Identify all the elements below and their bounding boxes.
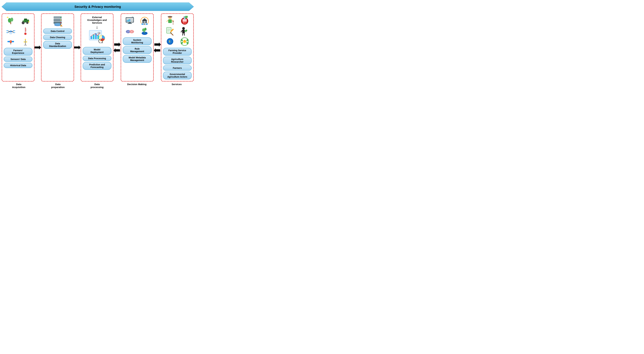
da-label-2: Sensors' Data (4, 57, 32, 62)
page-wrapper: Security & Privacy monitoring (2, 3, 194, 89)
dprep-label-3: DataStandardization (43, 41, 72, 49)
svg-line-59 (102, 43, 104, 43)
external-knowledge-label: ExternalKnowledges andServices (87, 16, 107, 24)
arrow-dproc-dm (114, 13, 121, 82)
da-icons (4, 16, 32, 47)
svg-point-85 (144, 28, 146, 31)
dproc-labels: ModelDeployment Data Processing Predicti… (83, 47, 112, 70)
wind-sensor-icon (18, 37, 32, 47)
svg-rect-70 (128, 23, 132, 24)
arrow-dp-to-dproc (74, 13, 80, 82)
svg-marker-86 (154, 42, 161, 47)
handshake-icon: ✓ ✕ (123, 26, 137, 36)
svc-icons: $ (163, 16, 192, 47)
smart-home-icon (138, 16, 152, 26)
dp-title: Datapreparation (42, 83, 74, 89)
lab-icon (178, 16, 192, 26)
drone-icon (4, 26, 18, 36)
svg-point-19 (6, 32, 8, 33)
svg-point-7 (22, 22, 24, 24)
svg-rect-29 (8, 41, 10, 42)
svg-rect-37 (25, 44, 26, 45)
dprep-label-2: Data Cleaning (43, 35, 72, 40)
svg-point-100 (183, 22, 184, 23)
svg-point-24 (24, 33, 26, 35)
titles-row: DataAcquisition Datapreparation Dataproc… (2, 82, 194, 89)
svg-point-13 (10, 31, 11, 32)
tractor-icon (18, 16, 32, 26)
svc-label-2: AgricultureResearcher (163, 57, 192, 64)
da-label-3: Historical Data (4, 63, 32, 68)
dproc-label-1: ModelDeployment (83, 47, 112, 55)
dproc-inner: ExternalKnowledges andServices ↓ (83, 16, 112, 46)
svg-rect-56 (97, 35, 99, 39)
svg-marker-61 (114, 42, 121, 47)
data-processing-box: ExternalKnowledges andServices ↓ (80, 13, 114, 82)
svg-point-17 (13, 30, 15, 31)
dproc-label-3: Prediction andForecasting (83, 62, 112, 70)
main-row: Farmers'Experience Sensors' Data Histori… (2, 13, 194, 82)
svg-line-110 (170, 33, 173, 35)
svg-point-43 (60, 17, 61, 18)
svg-point-101 (185, 23, 186, 23)
security-label: Security & Privacy monitoring (74, 5, 121, 9)
svg-line-118 (182, 33, 183, 36)
svg-rect-65 (127, 20, 128, 22)
data-acquisition-box: Farmers'Experience Sensors' Data Histori… (2, 13, 34, 82)
leaf-bulb-icon (178, 37, 192, 47)
dm-label-1: SystemMonitoring (123, 37, 152, 45)
svg-rect-90 (168, 17, 172, 17)
dproc-label-2: Data Processing (83, 56, 112, 61)
svg-rect-10 (24, 19, 27, 20)
svg-text:$: $ (169, 40, 170, 43)
satellite-icon (4, 37, 18, 47)
data-preparation-box: Data Control Data Cleaning DataStandardi… (41, 13, 74, 82)
svg-marker-87 (154, 48, 160, 53)
thermometer-icon (18, 26, 32, 36)
document-gavel-icon (163, 26, 177, 36)
svc-label-4: GovernmentalAgriculture Actors (163, 72, 192, 79)
dm-labels: SystemMonitoring RuleManagement Model Me… (123, 37, 152, 63)
svg-marker-51 (74, 46, 80, 49)
svg-point-125 (184, 40, 186, 42)
svg-rect-66 (128, 20, 129, 22)
svg-marker-34 (24, 39, 26, 40)
svg-rect-38 (24, 45, 27, 46)
svg-rect-31 (10, 43, 11, 44)
dm-icons: ✓ ✕ (123, 16, 152, 36)
svg-rect-69 (129, 23, 131, 23)
da-title: DataAcquisition (2, 83, 35, 89)
svg-rect-74 (144, 21, 146, 22)
svg-point-3 (10, 18, 13, 22)
svg-rect-23 (25, 28, 26, 32)
decision-making-box: ✓ ✕ SystemMonit (121, 13, 154, 82)
svg-rect-53 (90, 36, 92, 39)
svc-label-3: Farmers (163, 65, 192, 71)
svg-rect-75 (142, 24, 144, 25)
dm-label-3: Model MetadataManagement (123, 55, 152, 63)
svg-marker-39 (34, 46, 41, 49)
svg-text:✕: ✕ (131, 31, 132, 33)
svg-point-21 (13, 32, 15, 33)
svg-line-92 (166, 20, 168, 22)
svg-point-111 (182, 27, 185, 30)
security-banner: Security & Privacy monitoring (2, 3, 194, 11)
svg-rect-77 (146, 24, 148, 25)
plant-hand-icon (138, 26, 152, 36)
plant-icon (4, 16, 18, 26)
svg-marker-62 (114, 48, 120, 53)
arrow-dm-services (154, 13, 161, 82)
dm-title: Decision Making (120, 83, 153, 86)
down-arrow-icon: ↓ (96, 25, 98, 29)
svg-line-119 (184, 33, 184, 36)
svg-marker-35 (26, 41, 28, 43)
svg-line-113 (181, 30, 182, 32)
svc-title: Services (160, 83, 193, 86)
svg-point-32 (10, 41, 11, 42)
da-label-1: Farmers'Experience (4, 48, 32, 56)
monitoring-icon (123, 16, 137, 26)
dm-label-2: RuleManagement (123, 46, 152, 54)
dproc-title: Dataprocessing (81, 83, 113, 89)
svg-point-44 (60, 20, 61, 21)
dprep-labels: Data Control Data Cleaning DataStandardi… (43, 29, 72, 49)
